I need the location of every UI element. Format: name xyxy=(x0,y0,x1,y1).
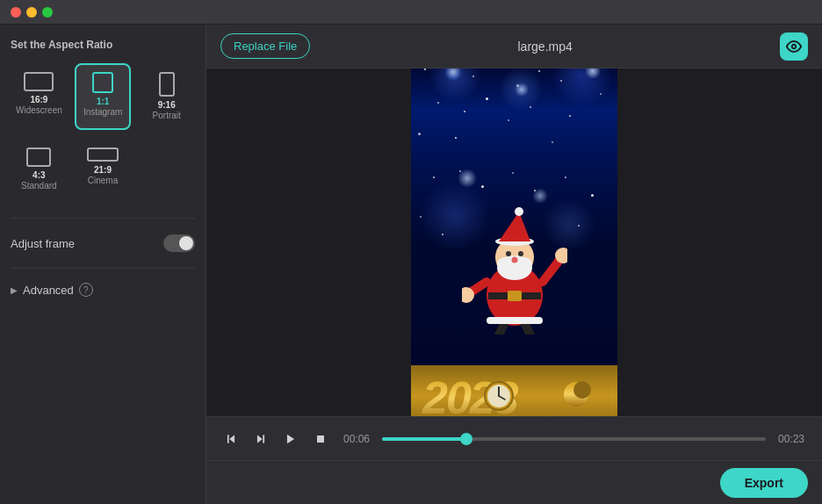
total-time: 00:23 xyxy=(775,433,808,445)
eye-icon xyxy=(786,39,802,54)
aspect-icon-43 xyxy=(26,148,51,167)
eye-button[interactable] xyxy=(780,32,808,61)
main-layout: Set the Aspect Ratio 16:9 Widescreen xyxy=(0,25,822,504)
top-bar: Replace File large.mp4 xyxy=(206,25,822,68)
advanced-label: Advanced xyxy=(23,284,74,297)
svg-line-24 xyxy=(525,324,532,335)
svg-rect-40 xyxy=(317,436,324,443)
svg-line-23 xyxy=(497,324,504,335)
aspect-ratio-standard[interactable]: 4:3 Standard xyxy=(11,139,68,200)
progress-bar[interactable] xyxy=(382,437,766,441)
aspect-icon-169 xyxy=(24,72,54,91)
aspect-ratio-grid-row1: 16:9 Widescreen 1:1 Instagram xyxy=(11,63,195,130)
aspect-ratio-grid-row2: 4:3 Standard 21:9 Cinema xyxy=(11,139,195,200)
export-button[interactable]: Export xyxy=(720,468,808,498)
close-button[interactable] xyxy=(11,7,21,18)
aspect-label-916: 9:16 Portrait xyxy=(153,100,181,121)
aspect-label-43: 4:3 Standard xyxy=(21,170,57,191)
play-button[interactable] xyxy=(280,428,301,450)
toggle-knob xyxy=(179,236,193,250)
minimize-button[interactable] xyxy=(26,7,37,18)
adjust-frame-toggle[interactable] xyxy=(163,234,195,252)
adjust-frame-row: Adjust frame xyxy=(11,229,195,257)
replace-file-button[interactable]: Replace File xyxy=(220,33,310,59)
maximize-button[interactable] xyxy=(42,7,53,18)
svg-point-5 xyxy=(792,44,797,48)
sidebar-title: Set the Aspect Ratio xyxy=(11,39,195,51)
aspect-ratio-portrait[interactable]: 9:16 Portrait xyxy=(138,63,195,130)
aspect-label-11: 1:1 Instagram xyxy=(83,97,122,118)
svg-marker-14 xyxy=(499,212,530,241)
svg-rect-0 xyxy=(25,73,53,90)
video-top xyxy=(411,68,617,163)
content-area: Replace File large.mp4 xyxy=(206,25,822,504)
aspect-icon-219 xyxy=(87,148,119,162)
video-area: 2023 xyxy=(206,68,822,416)
divider-1 xyxy=(11,218,195,219)
skip-back-button[interactable] xyxy=(220,428,242,450)
svg-marker-39 xyxy=(287,434,294,443)
aspect-icon-916 xyxy=(159,72,175,97)
svg-point-18 xyxy=(511,257,517,263)
svg-rect-2 xyxy=(160,73,174,96)
adjust-frame-label: Adjust frame xyxy=(11,237,75,250)
chevron-right-icon: ▶ xyxy=(11,285,18,295)
video-bottom: 2023 xyxy=(411,163,617,416)
santa-svg xyxy=(462,194,567,335)
aspect-label-219: 21:9 Cinema xyxy=(88,165,118,186)
santa-character xyxy=(411,163,617,365)
current-time: 00:06 xyxy=(340,433,373,445)
aspect-ratio-instagram[interactable]: 1:1 Instagram xyxy=(75,63,132,130)
svg-point-15 xyxy=(515,207,523,216)
aspect-label-169: 16:9 Widescreen xyxy=(16,95,62,116)
divider-2 xyxy=(11,268,195,269)
svg-marker-37 xyxy=(257,435,263,443)
aspect-ratio-cinema[interactable]: 21:9 Cinema xyxy=(75,139,132,200)
bottom-bar: Export xyxy=(206,460,822,504)
svg-rect-38 xyxy=(263,435,264,443)
svg-rect-36 xyxy=(227,435,229,443)
info-icon[interactable]: ? xyxy=(79,283,93,297)
stop-button[interactable] xyxy=(310,428,331,450)
svg-point-17 xyxy=(518,251,523,256)
player-bar: 00:06 00:23 xyxy=(206,416,822,460)
progress-fill xyxy=(382,437,466,441)
video-preview: 2023 xyxy=(411,68,617,416)
svg-rect-3 xyxy=(27,148,50,166)
aspect-ratio-widescreen[interactable]: 16:9 Widescreen xyxy=(11,63,68,130)
traffic-lights xyxy=(11,7,53,18)
stars-top xyxy=(411,68,617,163)
sidebar: Set the Aspect Ratio 16:9 Widescreen xyxy=(0,25,206,504)
svg-rect-8 xyxy=(508,291,522,301)
aspect-icon-11 xyxy=(92,72,113,93)
svg-point-16 xyxy=(506,251,511,256)
svg-marker-35 xyxy=(229,435,234,443)
svg-rect-1 xyxy=(93,73,112,92)
title-bar xyxy=(0,0,822,25)
svg-rect-27 xyxy=(487,317,543,324)
step-back-button[interactable] xyxy=(250,428,271,450)
file-name: large.mp4 xyxy=(518,40,573,54)
advanced-row[interactable]: ▶ Advanced ? xyxy=(11,279,195,300)
progress-thumb[interactable] xyxy=(460,433,472,445)
svg-rect-4 xyxy=(88,148,118,161)
